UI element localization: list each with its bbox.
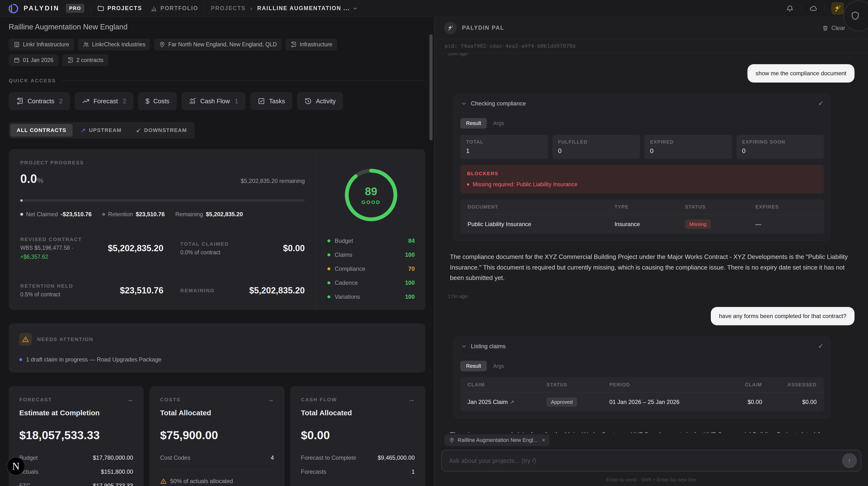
message-timestamp: 17m ago <box>448 293 855 299</box>
bullet-dot <box>19 358 22 361</box>
nav-portfolio[interactable]: PORTFOLIO <box>150 5 198 12</box>
tab-args[interactable]: Args <box>493 363 504 369</box>
message-input[interactable] <box>449 457 842 464</box>
tab-args[interactable]: Args <box>493 120 504 126</box>
upstream-arrow-icon: ↗ <box>81 127 86 134</box>
forecast-card[interactable]: FORECAST→ Estimate at Completion $18,057… <box>9 386 144 486</box>
progress-label: PROJECT PROGRESS <box>20 160 305 166</box>
costs-total: $75,900.00 <box>160 429 274 442</box>
claim-link[interactable]: Jan 2025 Claim↗ <box>467 399 547 405</box>
tab-all-contracts[interactable]: ALL CONTRACTS <box>10 124 72 137</box>
clear-chat-button[interactable]: Clear <box>822 25 845 31</box>
needs-attention-label: NEEDS ATTENTION <box>37 336 94 342</box>
send-button[interactable]: ↑ <box>842 453 857 468</box>
contract-stats: REVISED CONTRACT WBS $5,196,477.58 · +$6… <box>20 236 305 298</box>
notifications-button[interactable] <box>784 3 795 14</box>
tab-result[interactable]: Result <box>460 118 487 128</box>
project-overview-panel: Railline Augmentation New England Linkr … <box>0 17 434 486</box>
nav-projects[interactable]: PROJECTS <box>97 5 142 12</box>
history-clock-icon <box>304 97 312 105</box>
costs-warning: 50% of actuals allocated <box>160 478 274 485</box>
breadcrumb: PROJECTS › RAILLINE AUGMENTATION ... <box>211 5 358 12</box>
cash-flow-total: $0.00 <box>301 429 415 442</box>
tool-card-header[interactable]: Checking compliance ✓ <box>454 94 830 113</box>
breadcrumb-projects[interactable]: PROJECTS <box>211 5 246 11</box>
dollar-icon: $ <box>145 97 150 105</box>
tool-tabs: Result Args <box>460 118 824 128</box>
contract-filter-tabs: ALL CONTRACTS ↗UPSTREAM ↙DOWNSTREAM <box>9 122 195 139</box>
tab-upstream[interactable]: ↗UPSTREAM <box>74 124 128 137</box>
arrow-right-icon[interactable]: → <box>267 396 274 403</box>
arrow-right-icon[interactable]: → <box>126 396 133 403</box>
forecast-button[interactable]: Forecast2 <box>75 92 133 110</box>
tasks-button[interactable]: Tasks <box>250 92 292 110</box>
tag-company: LinkrCheck Industries <box>78 38 150 51</box>
chevron-down-icon <box>352 5 358 11</box>
table-row[interactable]: Jan 2025 Claim↗ Approved 01 Jan 2026 – 2… <box>460 393 824 411</box>
check-square-icon <box>257 97 265 105</box>
blocker-item: Missing required: Public Liability Insur… <box>467 181 817 188</box>
scroll-icon <box>67 57 73 63</box>
contracts-button[interactable]: Contracts2 <box>9 92 70 110</box>
map-pin-icon <box>159 41 165 48</box>
attention-item[interactable]: 1 draft claim in progress — Road Upgrade… <box>19 356 415 363</box>
chat-scroll-area[interactable]: 20m ago show me the compliance document … <box>434 53 868 433</box>
costs-card[interactable]: COSTS→ Total Allocated $75,900.00 Cost C… <box>150 386 284 486</box>
table-row[interactable]: Public Liability Insurance Insurance Mis… <box>460 215 824 234</box>
tab-downstream[interactable]: ↙DOWNSTREAM <box>130 124 193 137</box>
progress-bar-fill <box>20 199 23 202</box>
cash-flow-card[interactable]: CASH FLOW→ Total Allocated $0.00 Forecas… <box>290 386 425 486</box>
legend-dot <box>20 213 23 216</box>
retention-held-stat: RETENTION HELD 0.5% of contract $23,510.… <box>20 283 163 298</box>
breadcrumb-current[interactable]: RAILLINE AUGMENTATION ... <box>257 5 358 11</box>
tag-location: Far North New England, New England, QLD <box>154 38 282 51</box>
compliance-stats: TOTAL1 FULFILLED0 EXPIRED0 EXPIRING SOON… <box>460 135 824 159</box>
metric-variations: Variations100 <box>328 293 415 300</box>
divider <box>62 80 425 81</box>
scrollbar-thumb[interactable] <box>429 34 433 140</box>
tool-tabs: Result Args <box>460 361 824 371</box>
dev-indicator-button[interactable]: N <box>7 457 25 476</box>
arrow-right-icon[interactable]: → <box>408 396 415 403</box>
palydin-pal-panel: PALYDIN PAL Clear × pid: f4aaf902-cdac-4… <box>434 17 868 486</box>
blockers-box: BLOCKERS Missing required: Public Liabil… <box>460 165 824 194</box>
cloud-sync-button[interactable] <box>808 3 818 14</box>
tab-result[interactable]: Result <box>460 361 487 371</box>
ai-assistant-button[interactable] <box>831 2 844 15</box>
tag-category: Infrastructure <box>285 38 337 51</box>
stat-total: TOTAL1 <box>460 135 548 159</box>
tool-card-header[interactable]: Listing claims ✓ <box>454 337 830 355</box>
scroll-icon <box>290 41 297 48</box>
progress-legend: Net Claimed-$23,510.76 Retention$23,510.… <box>20 211 305 218</box>
metric-compliance: Compliance70 <box>328 265 415 272</box>
context-chip[interactable]: Railline Augmentation New Engl... × <box>444 434 550 446</box>
cash-flow-button[interactable]: Cash Flow1 <box>182 92 245 110</box>
remove-context-icon[interactable]: × <box>542 437 545 444</box>
project-tags: Linkr Infrastructure LinkrCheck Industri… <box>9 38 370 66</box>
tool-card-listing-claims: Listing claims ✓ Result Args CLAIM STATU… <box>454 337 830 419</box>
activity-button[interactable]: Activity <box>297 92 343 110</box>
costs-button[interactable]: $Costs <box>138 92 177 110</box>
stat-expired: EXPIRED0 <box>644 135 732 159</box>
palydin-logo-icon[interactable] <box>7 3 18 14</box>
users-icon <box>83 41 89 48</box>
forecast-total: $18,057,533.33 <box>19 429 133 442</box>
quick-access-header: QUICK ACCESS <box>9 78 425 84</box>
quick-access-buttons: Contracts2 Forecast2 $Costs Cash Flow1 T… <box>9 92 425 110</box>
revised-contract-stat: REVISED CONTRACT WBS $5,196,477.58 · +$6… <box>20 236 163 260</box>
check-icon: ✓ <box>818 342 824 350</box>
check-icon: ✓ <box>818 99 824 107</box>
cloud-icon <box>809 5 817 12</box>
score-rating: GOOD <box>362 199 381 205</box>
metric-cadence: Cadence100 <box>328 280 415 286</box>
app-window: PALYDIN PRO PROJECTS PORTFOLIO PROJECTS … <box>0 0 868 486</box>
map-pin-icon <box>449 437 455 443</box>
sparkle-icon <box>447 25 454 31</box>
downstream-arrow-icon: ↙ <box>136 127 141 134</box>
claims-table: CLAIM STATUS PERIOD CLAIM ASSESSED Jan 2… <box>460 377 824 411</box>
bell-icon <box>786 5 794 12</box>
score-ring: 89 GOOD <box>342 166 400 224</box>
needs-attention-card: NEEDS ATTENTION 1 draft claim in progres… <box>9 323 425 373</box>
warning-icon-badge <box>19 333 32 346</box>
brand: PALYDIN PRO <box>7 3 84 14</box>
